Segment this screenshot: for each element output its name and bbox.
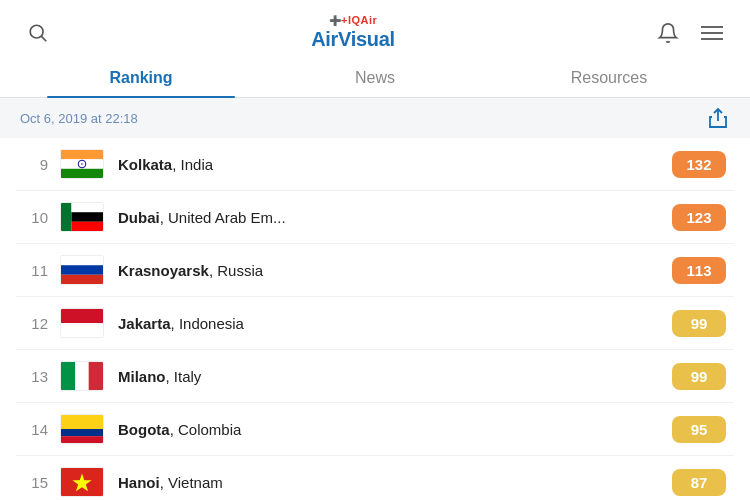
svg-rect-15 <box>61 265 103 275</box>
svg-rect-20 <box>75 362 88 391</box>
svg-rect-17 <box>61 309 103 323</box>
svg-rect-18 <box>61 323 103 337</box>
svg-point-9 <box>81 163 83 165</box>
ranking-list: 9 Kolkata, India 132 10 Du <box>0 138 750 500</box>
flag-vietnam <box>60 467 104 497</box>
city-name: Jakarta, Indonesia <box>118 315 672 332</box>
flag-india <box>60 149 104 179</box>
table-row: 10 Dubai, United Arab Em... 123 <box>16 191 734 244</box>
date-label: Oct 6, 2019 at 22:18 <box>20 111 138 126</box>
aqi-badge: 99 <box>672 310 726 337</box>
aqi-badge: 132 <box>672 151 726 178</box>
city-name: Dubai, United Arab Em... <box>118 209 672 226</box>
svg-rect-24 <box>61 436 103 443</box>
svg-rect-12 <box>72 212 104 222</box>
table-row: 11 Krasnoyarsk, Russia 113 <box>16 244 734 297</box>
aqi-badge: 99 <box>672 363 726 390</box>
aqi-badge: 123 <box>672 204 726 231</box>
menu-button[interactable] <box>698 19 726 47</box>
svg-rect-14 <box>61 256 103 266</box>
svg-point-0 <box>30 25 43 38</box>
city-name: Bogota, Colombia <box>118 421 672 438</box>
city-name: Milano, Italy <box>118 368 672 385</box>
flag-italy <box>60 361 104 391</box>
table-row: 12 Jakarta, Indonesia 99 <box>16 297 734 350</box>
svg-rect-13 <box>72 222 104 232</box>
flag-uae <box>60 202 104 232</box>
svg-rect-19 <box>61 362 75 391</box>
aqi-badge: 113 <box>672 257 726 284</box>
flag-russia <box>60 255 104 285</box>
table-row: 9 Kolkata, India 132 <box>16 138 734 191</box>
city-name: Kolkata, India <box>118 156 672 173</box>
city-name: Krasnoyarsk, Russia <box>118 262 672 279</box>
rank-number: 9 <box>24 156 60 173</box>
rank-number: 13 <box>24 368 60 385</box>
bell-button[interactable] <box>654 19 682 47</box>
tab-ranking[interactable]: Ranking <box>24 59 258 97</box>
svg-rect-22 <box>61 415 103 429</box>
share-button[interactable] <box>706 106 730 130</box>
rank-number: 10 <box>24 209 60 226</box>
svg-rect-7 <box>61 169 103 179</box>
rank-number: 11 <box>24 262 60 279</box>
flag-indonesia <box>60 308 104 338</box>
search-button[interactable] <box>24 19 52 47</box>
app-header: ➕+IQAir AirVisual <box>0 0 750 59</box>
table-row: 14 Bogota, Colombia 95 <box>16 403 734 456</box>
svg-rect-5 <box>61 150 103 160</box>
aqi-badge: 95 <box>672 416 726 443</box>
svg-rect-10 <box>61 203 72 232</box>
svg-rect-11 <box>72 203 104 213</box>
table-row: 15 Hanoi, Vietnam 87 <box>16 456 734 500</box>
iqair-label: ➕+IQAir <box>311 14 395 27</box>
aqi-badge: 87 <box>672 469 726 496</box>
svg-line-1 <box>41 36 46 41</box>
svg-rect-21 <box>89 362 103 391</box>
tab-news[interactable]: News <box>258 59 492 97</box>
flag-colombia <box>60 414 104 444</box>
table-row: 13 Milano, Italy 99 <box>16 350 734 403</box>
date-bar: Oct 6, 2019 at 22:18 <box>0 98 750 138</box>
svg-rect-16 <box>61 275 103 285</box>
airvisual-label: AirVisual <box>311 27 395 51</box>
app-logo: ➕+IQAir AirVisual <box>311 14 395 51</box>
svg-rect-23 <box>61 429 103 436</box>
rank-number: 12 <box>24 315 60 332</box>
rank-number: 15 <box>24 474 60 491</box>
rank-number: 14 <box>24 421 60 438</box>
tab-bar: Ranking News Resources <box>0 59 750 98</box>
city-name: Hanoi, Vietnam <box>118 474 672 491</box>
tab-resources[interactable]: Resources <box>492 59 726 97</box>
